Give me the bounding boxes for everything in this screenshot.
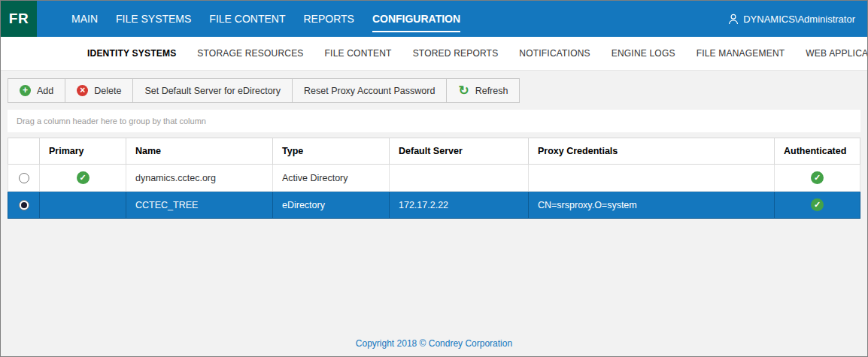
reset-proxy-password-label: Reset Proxy Account Password xyxy=(304,86,435,96)
user-menu[interactable]: DYNAMICS\Administrator xyxy=(728,14,855,25)
set-default-server-button[interactable]: Set Default Server for eDirectory xyxy=(132,78,293,103)
column-header-default-server[interactable]: Default Server xyxy=(390,138,529,165)
tab-notifications[interactable]: NOTIFICATIONS xyxy=(519,48,590,59)
user-icon xyxy=(728,14,739,25)
column-header-type[interactable]: Type xyxy=(273,138,390,165)
refresh-icon: ↻ xyxy=(458,85,469,96)
column-header-proxy-credentials[interactable]: Proxy Credentials xyxy=(529,138,775,165)
column-header-name[interactable]: Name xyxy=(126,138,273,165)
top-navigation-bar: FR MAIN FILE SYSTEMS FILE CONTENT REPORT… xyxy=(1,1,867,37)
row-select-radio[interactable] xyxy=(19,173,29,183)
tab-file-management[interactable]: FILE MANAGEMENT xyxy=(697,48,785,59)
table-header-row: Primary Name Type Default Server Proxy C… xyxy=(8,138,860,165)
cell-default-server xyxy=(390,165,529,192)
app-logo[interactable]: FR xyxy=(1,1,37,37)
column-header-authenticated[interactable]: Authenticated xyxy=(775,138,860,165)
nav-file-systems[interactable]: FILE SYSTEMS xyxy=(108,8,199,29)
add-button-label: Add xyxy=(37,86,53,96)
cell-type: eDirectory xyxy=(273,192,390,219)
cell-type: Active Directory xyxy=(273,165,390,192)
nav-main[interactable]: MAIN xyxy=(63,8,106,29)
tab-web-application[interactable]: WEB APPLICATION xyxy=(806,48,868,59)
cell-proxy-credentials: CN=srsproxy.O=system xyxy=(529,192,775,219)
nav-reports[interactable]: REPORTS xyxy=(295,8,362,29)
delete-icon: × xyxy=(77,85,88,96)
user-name: DYNAMICS\Administrator xyxy=(743,14,855,25)
cell-proxy-credentials xyxy=(529,165,775,192)
cell-name: CCTEC_TREE xyxy=(126,192,273,219)
cell-primary xyxy=(40,192,126,219)
copyright-text: Copyright 2018 © Condrey Corporation xyxy=(8,334,860,352)
group-by-bar[interactable]: Drag a column header here to group by th… xyxy=(8,110,860,132)
delete-button-label: Delete xyxy=(94,86,121,96)
identity-systems-table: Primary Name Type Default Server Proxy C… xyxy=(8,138,860,219)
add-button[interactable]: + Add xyxy=(8,78,65,103)
refresh-button[interactable]: ↻ Refresh xyxy=(446,78,520,103)
add-icon: + xyxy=(20,85,31,96)
tab-identity-systems[interactable]: IDENTITY SYSTEMS xyxy=(87,48,176,59)
column-header-primary[interactable]: Primary xyxy=(40,138,126,165)
authenticated-check-icon: ✓ xyxy=(811,171,824,184)
tab-file-content[interactable]: FILE CONTENT xyxy=(325,48,392,59)
nav-configuration[interactable]: CONFIGURATION xyxy=(364,8,469,29)
primary-check-icon: ✓ xyxy=(77,171,90,184)
configuration-subnav: IDENTITY SYSTEMS STORAGE RESOURCES FILE … xyxy=(1,37,867,71)
authenticated-check-icon: ✓ xyxy=(811,198,824,211)
tab-stored-reports[interactable]: STORED REPORTS xyxy=(413,48,499,59)
cell-name: dynamics.cctec.org xyxy=(126,165,273,192)
row-select-radio[interactable] xyxy=(19,200,29,210)
cell-default-server: 172.17.2.22 xyxy=(390,192,529,219)
set-default-server-label: Set Default Server for eDirectory xyxy=(144,86,281,96)
tab-storage-resources[interactable]: STORAGE RESOURCES xyxy=(197,48,303,59)
identity-systems-panel: + Add × Delete Set Default Server for eD… xyxy=(1,71,867,356)
main-nav: MAIN FILE SYSTEMS FILE CONTENT REPORTS C… xyxy=(62,1,469,37)
tab-engine-logs[interactable]: ENGINE LOGS xyxy=(612,48,675,59)
refresh-button-label: Refresh xyxy=(475,86,508,96)
table-row-dynamics[interactable]: ✓ dynamics.cctec.org Active Directory ✓ xyxy=(8,165,860,192)
delete-button[interactable]: × Delete xyxy=(65,78,133,103)
reset-proxy-password-button[interactable]: Reset Proxy Account Password xyxy=(292,78,447,103)
nav-file-content[interactable]: FILE CONTENT xyxy=(201,8,293,29)
column-header-select xyxy=(8,138,40,165)
table-row-cctec-tree[interactable]: CCTEC_TREE eDirectory 172.17.2.22 CN=srs… xyxy=(8,192,860,219)
toolbar: + Add × Delete Set Default Server for eD… xyxy=(8,78,860,103)
